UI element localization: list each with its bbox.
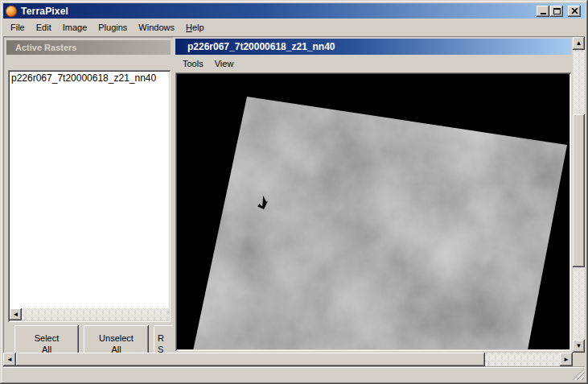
active-rasters-title-bar[interactable]: Active Rasters xyxy=(6,40,171,55)
listbox-hscroll-track[interactable] xyxy=(22,308,169,320)
scrollbar-corner xyxy=(573,353,585,366)
menu-help[interactable]: Help xyxy=(180,20,210,35)
menu-help-rest: elp xyxy=(192,23,204,32)
image-window-menu-bar: Tools View xyxy=(175,55,571,72)
minimize-icon xyxy=(541,13,546,14)
mdi-vscrollbar[interactable]: ▲ ▼ xyxy=(573,37,585,353)
arrow-left-icon: ◄ xyxy=(13,312,19,318)
resize-grip[interactable] xyxy=(573,369,584,380)
unselect-all-line1: Unselect xyxy=(84,332,149,344)
mdi-client-area: Active Rasters p226r067_7t20000618_z21_n… xyxy=(3,36,585,367)
mdi-hscrollbar[interactable]: ◄ ► xyxy=(3,353,573,366)
arrow-up-icon: ▲ xyxy=(576,40,582,47)
scroll-down-button[interactable]: ▼ xyxy=(573,340,585,353)
satellite-raster xyxy=(177,74,569,349)
maximize-icon xyxy=(553,8,561,14)
terrapixel-window: TerraPixel File Edit Image Plugins Windo… xyxy=(0,0,588,384)
partially-hidden-button[interactable]: R S xyxy=(154,325,173,353)
minimize-button[interactable] xyxy=(537,6,549,17)
menu-plugins[interactable]: Plugins xyxy=(93,20,133,35)
scroll-right-button[interactable]: ► xyxy=(560,353,573,366)
unselect-all-button[interactable]: Unselect All xyxy=(84,325,149,353)
menu-help-accelerator: H xyxy=(186,23,192,32)
select-all-button[interactable]: Select All xyxy=(14,325,79,353)
mdi-vscroll-track[interactable] xyxy=(573,50,585,340)
image-window-title-bar[interactable]: p226r067_7t20000618_z21_nn40 xyxy=(175,39,571,55)
window-title: TerraPixel xyxy=(21,6,68,17)
image-window: p226r067_7t20000618_z21_nn40 Tools View xyxy=(173,37,573,353)
window-controls xyxy=(537,6,581,17)
arrow-down-icon: ▼ xyxy=(576,343,582,349)
arrow-right-icon: ► xyxy=(563,357,569,363)
menu-image[interactable]: Image xyxy=(57,20,93,35)
mdi-hscroll-thumb[interactable] xyxy=(16,353,485,366)
scroll-up-button[interactable]: ▲ xyxy=(573,37,585,50)
menu-windows[interactable]: Windows xyxy=(133,20,180,35)
maximize-button[interactable] xyxy=(550,6,563,17)
listbox-scroll-left-button[interactable]: ◄ xyxy=(10,308,22,320)
scroll-left-button[interactable]: ◄ xyxy=(3,353,16,366)
active-rasters-window: Active Rasters p226r067_7t20000618_z21_n… xyxy=(4,38,173,353)
mdi-vscroll-thumb[interactable] xyxy=(573,114,585,267)
menu-tools[interactable]: Tools xyxy=(177,56,209,71)
close-button[interactable] xyxy=(568,6,581,17)
partially-hidden-line1: R xyxy=(158,332,173,344)
select-all-line1: Select xyxy=(14,332,79,344)
image-window-title: p226r067_7t20000618_z21_nn40 xyxy=(187,41,335,52)
close-icon xyxy=(571,8,578,14)
status-bar xyxy=(3,367,585,381)
active-rasters-title: Active Rasters xyxy=(15,43,76,52)
mdi-hscroll-track[interactable] xyxy=(485,353,560,366)
title-bar[interactable]: TerraPixel xyxy=(3,3,585,19)
app-icon xyxy=(6,6,17,17)
image-canvas[interactable] xyxy=(175,72,571,351)
arrow-left-icon: ◄ xyxy=(6,357,13,363)
main-menu-bar: File Edit Image Plugins Windows Help xyxy=(3,19,585,36)
raster-noise-texture xyxy=(177,74,569,349)
raster-listbox[interactable]: p226r067_7t20000618_z21_nn40 ◄ xyxy=(8,70,171,322)
menu-view[interactable]: View xyxy=(209,56,240,71)
listbox-hscrollbar[interactable]: ◄ xyxy=(10,308,169,320)
raster-list-item[interactable]: p226r067_7t20000618_z21_nn40 xyxy=(8,70,171,85)
menu-file[interactable]: File xyxy=(5,20,31,35)
menu-edit[interactable]: Edit xyxy=(31,20,57,35)
